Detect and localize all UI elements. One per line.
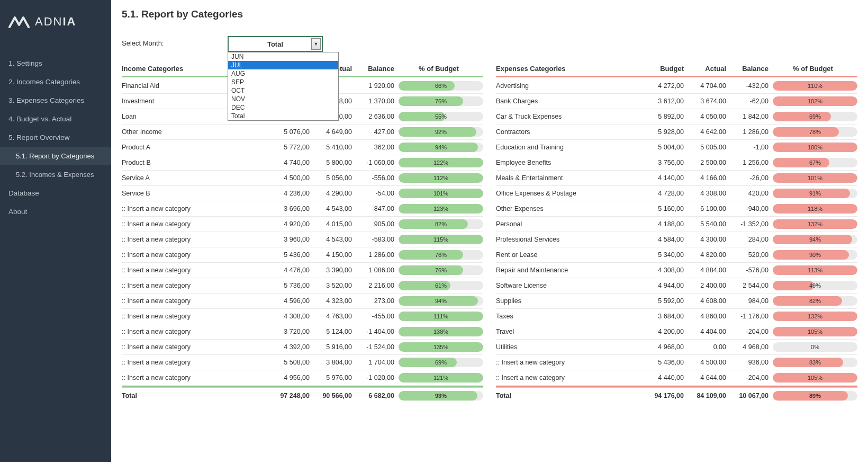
table-row[interactable]: Travel4 200,004 404,00-204,00105% — [496, 324, 857, 340]
table-row[interactable]: Bank Charges3 612,003 674,00-62,00102% — [496, 94, 857, 109]
table-row[interactable]: Advertising4 272,004 704,00-432,00110% — [496, 78, 857, 94]
table-row[interactable]: :: Insert a new category3 960,004 543,00… — [122, 232, 483, 247]
table-row[interactable]: Product A5 772,005 410,00362,0094% — [122, 140, 483, 155]
table-row[interactable]: Supplies5 592,004 608,00984,0082% — [496, 294, 857, 309]
table-row[interactable]: Utilities4 968,000,004 968,000% — [496, 340, 857, 355]
cell-budget: 3 696,00 — [267, 205, 310, 212]
table-row[interactable]: Rent or Lease5 340,004 820,00520,0090% — [496, 247, 857, 263]
month-option[interactable]: JUL — [228, 61, 338, 69]
progress-label: 110% — [773, 81, 857, 91]
progress-bar: 55% — [399, 112, 483, 121]
progress-bar: 76% — [399, 96, 483, 106]
table-row[interactable]: :: Insert a new category4 476,003 390,00… — [122, 263, 483, 278]
cell-budget: 4 956,00 — [267, 374, 310, 381]
progress-bar: 112% — [399, 173, 483, 183]
month-option[interactable]: DEC — [228, 103, 338, 112]
table-row[interactable]: :: Insert a new category4 440,004 644,00… — [496, 370, 857, 386]
cell-actual: 3 804,00 — [310, 359, 352, 366]
table-row[interactable]: :: Insert a new category4 920,004 015,00… — [122, 217, 483, 232]
progress-bar: 94% — [773, 235, 857, 244]
table-row[interactable]: :: Insert a new category4 596,004 323,00… — [122, 294, 483, 309]
cell-name: Bank Charges — [496, 97, 641, 105]
table-row[interactable]: Taxes3 684,004 860,00-1 176,00132% — [496, 309, 857, 324]
progress-bar: 76% — [399, 250, 483, 260]
cell-pct: 69% — [394, 358, 483, 367]
progress-bar: 89% — [773, 391, 857, 401]
table-row[interactable]: Car & Truck Expenses5 892,004 050,001 84… — [496, 109, 857, 125]
table-row[interactable]: Repair and Maintenance4 308,004 884,00-5… — [496, 263, 857, 278]
cell-name: Employee Benefits — [496, 159, 641, 166]
table-row[interactable]: Education and Training5 004,005 005,00-1… — [496, 140, 857, 155]
table-row[interactable]: Product B4 740,005 800,00-1 060,00122% — [122, 155, 483, 171]
cell-budget: 4 200,00 — [641, 328, 684, 335]
nav-item[interactable]: 1. Settings — [0, 54, 111, 73]
table-row[interactable]: :: Insert a new category4 392,005 916,00… — [122, 340, 483, 355]
cell-pct: 49% — [768, 281, 857, 290]
cell-budget: 4 476,00 — [267, 266, 310, 274]
table-row[interactable]: :: Insert a new category4 308,004 763,00… — [122, 309, 483, 324]
progress-label: 115% — [399, 235, 483, 244]
nav-item[interactable]: 2. Incomes Categories — [0, 73, 111, 91]
table-row[interactable]: :: Insert a new category3 720,005 124,00… — [122, 324, 483, 340]
nav-item[interactable]: 4. Budget vs. Actual — [0, 110, 111, 128]
progress-label: 132% — [773, 219, 857, 229]
table-row[interactable]: Contractors5 928,004 642,001 286,0078% — [496, 125, 857, 140]
table-row[interactable]: Professional Services4 584,004 300,00284… — [496, 232, 857, 247]
cell-balance: -54,00 — [352, 190, 394, 197]
table-row[interactable]: :: Insert a new category5 436,004 150,00… — [122, 247, 483, 263]
cell-name: Supplies — [496, 297, 641, 305]
month-option[interactable]: NOV — [228, 95, 338, 103]
nav-item[interactable]: Database — [0, 184, 111, 202]
month-select[interactable]: Total ▼ — [228, 36, 323, 52]
cell-balance: -847,00 — [352, 205, 394, 212]
cell-actual: 4 642,00 — [684, 128, 726, 136]
table-row[interactable]: Software License4 944,002 400,002 544,00… — [496, 278, 857, 294]
cell-name: Professional Services — [496, 236, 641, 243]
cell-budget: 5 004,00 — [641, 144, 684, 151]
cell-name: Other Expenses — [496, 205, 641, 212]
cell-budget: 4 740,00 — [267, 159, 310, 166]
col-budget: Budget — [641, 65, 684, 73]
table-row[interactable]: Service B4 236,004 290,00-54,00101% — [122, 186, 483, 201]
table-row[interactable]: Meals & Entertainment4 140,004 166,00-26… — [496, 171, 857, 186]
cell-pct: 122% — [394, 158, 483, 167]
nav-item[interactable]: 3. Expenses Categories — [0, 91, 111, 110]
table-row[interactable]: Office Expenses & Postage4 728,004 308,0… — [496, 186, 857, 201]
table-row[interactable]: :: Insert a new category4 956,005 976,00… — [122, 370, 483, 386]
progress-label: 122% — [399, 158, 483, 167]
nav-item[interactable]: About — [0, 202, 111, 221]
dropdown-toggle-button[interactable]: ▼ — [311, 38, 321, 50]
cell-balance: 1 086,00 — [352, 266, 394, 274]
cell-pct: 94% — [768, 235, 857, 244]
cell-balance: 284,00 — [726, 236, 768, 243]
month-dropdown-list[interactable]: JUNJULAUGSEPOCTNOVDECTotal — [228, 52, 339, 121]
table-row[interactable]: Personal4 188,005 540,00-1 352,00132% — [496, 217, 857, 232]
table-row[interactable]: :: Insert a new category5 736,003 520,00… — [122, 278, 483, 294]
progress-bar: 118% — [773, 204, 857, 214]
table-row[interactable]: :: Insert a new category5 436,004 500,00… — [496, 355, 857, 370]
nav-item[interactable]: 5. Report Overview — [0, 128, 111, 147]
table-row[interactable]: Employee Benefits3 756,002 500,001 256,0… — [496, 155, 857, 171]
nav-item[interactable]: 5.2. Incomes & Expenses — [0, 165, 111, 184]
expense-total-budget: 94 176,00 — [641, 392, 684, 399]
table-row[interactable]: :: Insert a new category5 508,003 804,00… — [122, 355, 483, 370]
month-option[interactable]: AUG — [228, 69, 338, 78]
progress-bar: 135% — [399, 342, 483, 352]
cell-budget: 4 440,00 — [641, 374, 684, 381]
cell-balance: -455,00 — [352, 313, 394, 320]
table-row[interactable]: Other Expenses5 160,006 100,00-940,00118… — [496, 201, 857, 217]
month-option[interactable]: Total — [228, 112, 338, 120]
table-row[interactable]: :: Insert a new category3 696,004 543,00… — [122, 201, 483, 217]
table-row[interactable]: Service A4 500,005 056,00-556,00112% — [122, 171, 483, 186]
month-option[interactable]: JUN — [228, 52, 338, 61]
cell-balance: -583,00 — [352, 236, 394, 243]
cell-name: Repair and Maintenance — [496, 266, 641, 274]
cell-balance: -204,00 — [726, 374, 768, 381]
table-row[interactable]: Other Income5 076,004 649,00427,0092% — [122, 125, 483, 140]
month-option[interactable]: SEP — [228, 78, 338, 86]
cell-actual: 4 649,00 — [310, 128, 352, 136]
cell-actual: 4 608,00 — [684, 297, 726, 305]
nav-item[interactable]: 5.1. Report by Categories — [0, 147, 111, 165]
progress-bar: 94% — [399, 296, 483, 306]
month-option[interactable]: OCT — [228, 86, 338, 95]
